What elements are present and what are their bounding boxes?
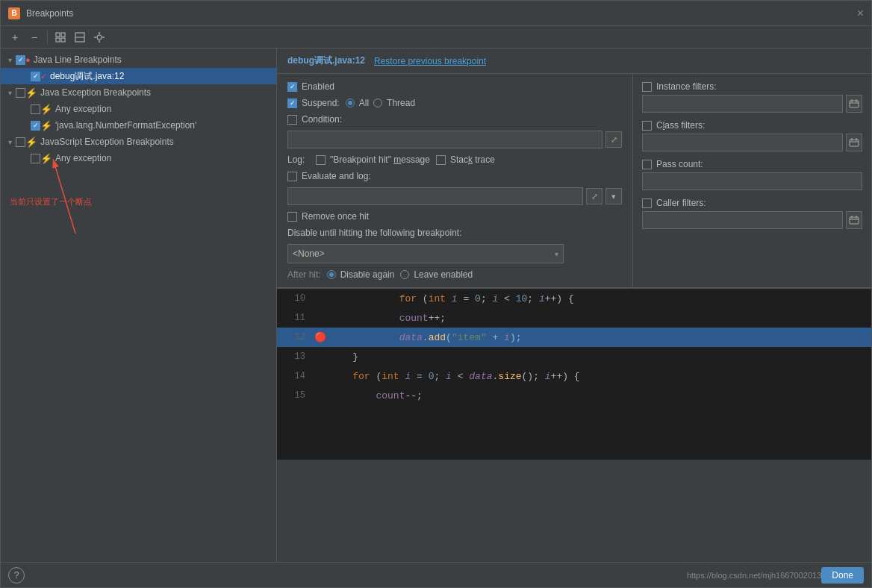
tree-item-java-line-bp[interactable]: ▾ ● Java Line Breakpoints xyxy=(1,51,276,68)
all-radio[interactable] xyxy=(346,98,355,107)
evaluate-checkbox[interactable] xyxy=(287,172,297,181)
evaluate-dropdown-btn[interactable]: ▾ xyxy=(605,188,622,204)
pass-count-input[interactable] xyxy=(642,172,862,190)
browse-icon-3 xyxy=(849,215,859,225)
log-bp-hit-checkbox[interactable] xyxy=(316,155,326,165)
instance-filter-browse-btn[interactable] xyxy=(846,95,862,113)
checkbox-java-line-bp[interactable] xyxy=(16,55,25,65)
group-button[interactable] xyxy=(52,29,69,46)
add-button[interactable]: + xyxy=(7,29,23,46)
pass-count-checkbox[interactable] xyxy=(642,160,652,169)
line-num-12: 12 xyxy=(283,332,305,343)
condition-expand-btn[interactable]: ⤢ xyxy=(605,131,622,148)
restore-link[interactable]: Restore previous breakpoint xyxy=(374,56,486,66)
stack-trace-checkbox[interactable] xyxy=(436,155,446,165)
condition-input[interactable] xyxy=(287,131,602,148)
tree-item-debug-java[interactable]: ✓ debug调试.java:12 xyxy=(1,68,276,84)
settings-and-code: debug调试.java:12 Restore previous breakpo… xyxy=(277,49,871,562)
label-js-exc-bp: JavaScript Exception Breakpoints xyxy=(40,137,174,147)
stack-trace-text: Stack trace xyxy=(450,154,495,165)
stack-trace-label[interactable]: Stack trace xyxy=(436,154,495,165)
suspend-checkbox-label[interactable]: Suspend: xyxy=(287,98,340,108)
bp-icon-js-any: ⚡ xyxy=(40,153,52,164)
done-button[interactable]: Done xyxy=(821,567,864,584)
checkbox-nfe[interactable] xyxy=(31,121,40,131)
instance-filter-input[interactable] xyxy=(642,95,843,113)
condition-label: Condition: xyxy=(302,114,342,125)
class-filter-browse-btn[interactable] xyxy=(846,134,862,151)
bp-icon-js-exc: ⚡ xyxy=(25,137,37,148)
caller-filter-checkbox[interactable] xyxy=(642,198,652,208)
svg-rect-3 xyxy=(61,38,65,42)
leave-enabled-label[interactable]: Leave enabled xyxy=(400,269,473,280)
leave-enabled-radio[interactable] xyxy=(400,270,409,279)
instance-filter-checkbox[interactable] xyxy=(642,82,652,92)
evaluate-expand-btn[interactable]: ⤢ xyxy=(586,188,602,204)
class-filter-label[interactable]: Class filters: xyxy=(642,120,862,131)
enabled-checkbox[interactable] xyxy=(287,82,297,92)
suspend-label: Suspend: xyxy=(302,98,340,108)
caller-filter-browse-btn[interactable] xyxy=(846,211,862,229)
checkbox-any-exc[interactable] xyxy=(31,104,40,114)
suspend-checkbox[interactable] xyxy=(287,98,297,108)
class-filter-input[interactable] xyxy=(642,134,843,151)
expand-js-exc-bp[interactable]: ▾ xyxy=(4,136,16,148)
evaluate-input[interactable] xyxy=(287,187,583,205)
remove-once-hit-label[interactable]: Remove once hit xyxy=(287,211,369,222)
enabled-checkbox-label[interactable]: Enabled xyxy=(287,81,334,92)
tree-item-java-exc-bp[interactable]: ▾ ⚡ Java Exception Breakpoints xyxy=(1,84,276,101)
checkbox-js-any-exc[interactable] xyxy=(31,154,40,163)
instance-filter-label[interactable]: Instance filters: xyxy=(642,81,862,92)
code-line-15: 15 count--; xyxy=(277,386,871,405)
code-text-15: count--; xyxy=(329,390,423,401)
close-button[interactable]: × xyxy=(857,7,864,19)
log-bp-hit-label[interactable]: "Breakpoint hit" message xyxy=(316,154,430,165)
tree-item-nfe[interactable]: ⚡ 'java.lang.NumberFormatException' xyxy=(1,117,276,134)
thread-label: Thread xyxy=(387,98,415,108)
remove-once-hit-checkbox[interactable] xyxy=(287,212,297,222)
condition-checkbox[interactable] xyxy=(287,115,297,125)
bottom-url: https://blog.csdn.net/mjh1667002013 xyxy=(25,571,821,580)
evaluate-checkbox-label[interactable]: Evaluate and log: xyxy=(287,171,371,181)
instance-filter-input-row xyxy=(642,95,862,113)
thread-radio[interactable] xyxy=(373,98,382,107)
caller-filter-label[interactable]: Caller filters: xyxy=(642,198,862,208)
tree-item-js-exc-bp[interactable]: ▾ ⚡ JavaScript Exception Breakpoints xyxy=(1,134,276,150)
remove-button[interactable]: − xyxy=(26,29,43,46)
condition-checkbox-label[interactable]: Condition: xyxy=(287,114,342,125)
settings-button[interactable] xyxy=(91,29,108,46)
checkbox-js-exc-bp[interactable] xyxy=(16,137,25,147)
pass-count-label[interactable]: Pass count: xyxy=(642,159,862,169)
svg-point-6 xyxy=(97,35,102,40)
class-filter-input-row xyxy=(642,134,862,151)
bp-icon-java-line: ● xyxy=(25,55,31,64)
browse-icon xyxy=(849,98,859,109)
dialog-title: Breakpoints xyxy=(26,8,851,19)
help-button[interactable]: ? xyxy=(8,567,25,584)
label-java-line-bp: Java Line Breakpoints xyxy=(34,54,122,65)
code-text-13: } xyxy=(329,351,358,363)
label-js-any-exc: Any exception xyxy=(55,153,111,163)
code-line-12: 12 🔴 data.add("item" + i); xyxy=(277,328,871,347)
caller-filter-group: Caller filters: xyxy=(642,198,862,229)
expand-button[interactable] xyxy=(72,29,88,46)
disable-again-label[interactable]: Disable again xyxy=(327,269,395,280)
browse-icon-2 xyxy=(849,137,859,148)
checkbox-debug-java[interactable] xyxy=(31,72,40,81)
bp-header: debug调试.java:12 Restore previous breakpo… xyxy=(277,49,871,74)
thread-radio-label[interactable]: Thread xyxy=(373,98,415,108)
expand-java-line-bp[interactable]: ▾ xyxy=(4,54,16,66)
evaluate-row: Evaluate and log: xyxy=(287,171,622,181)
bp-icon-debug-java: ✓ xyxy=(40,72,47,81)
expand-nfe xyxy=(19,119,31,131)
checkbox-java-exc-bp[interactable] xyxy=(16,88,25,98)
line-num-10: 10 xyxy=(283,293,305,304)
tree-item-js-any-exc[interactable]: ⚡ Any exception xyxy=(1,150,276,166)
all-radio-label[interactable]: All xyxy=(346,98,369,108)
class-filter-checkbox[interactable] xyxy=(642,121,652,131)
caller-filter-input[interactable] xyxy=(642,211,843,229)
expand-java-exc-bp[interactable]: ▾ xyxy=(4,87,16,98)
disable-again-radio[interactable] xyxy=(327,270,336,279)
disable-until-dropdown[interactable]: <None> ▾ xyxy=(287,244,564,263)
tree-item-any-exc[interactable]: ⚡ Any exception xyxy=(1,101,276,117)
